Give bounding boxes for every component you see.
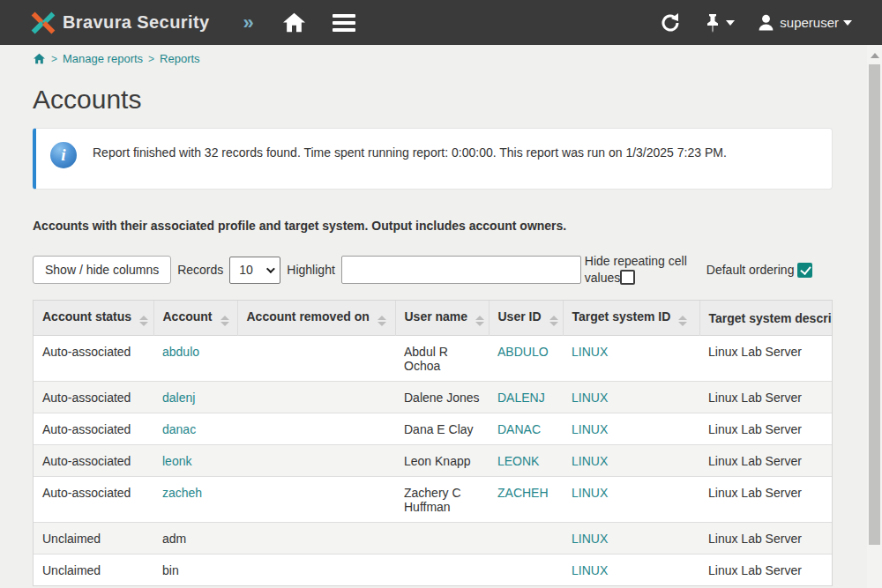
cell-account-status: Auto-associated (34, 477, 153, 523)
sort-icon (678, 316, 687, 326)
account-link[interactable]: danac (162, 422, 196, 436)
column-header-target-system-description[interactable]: Target system description (699, 301, 833, 336)
highlight-label: Highlight (287, 263, 334, 277)
user-id-link[interactable]: ABDULO (497, 345, 549, 359)
table-row: Auto-associated zacheh Zachery C Huffman… (34, 477, 833, 523)
cell-target-desc: Linux Lab Server (699, 555, 833, 586)
cell-removed-on (237, 382, 395, 413)
breadcrumb-home-icon[interactable] (33, 53, 46, 64)
cell-target-desc: Linux Lab Server (699, 413, 833, 445)
user-menu[interactable]: superuser (758, 14, 852, 31)
expand-sidebar-icon[interactable]: » (243, 11, 253, 34)
vertical-scrollbar[interactable] (867, 45, 882, 588)
accounts-table: Account status Account Account removed o… (33, 300, 833, 586)
user-id-link[interactable]: ZACHEH (497, 486, 549, 500)
scrollbar-thumb[interactable] (869, 64, 880, 545)
cell-account-status: Auto-associated (34, 336, 153, 382)
target-system-link[interactable]: LINUX (572, 454, 608, 468)
cell-removed-on (237, 523, 395, 555)
target-system-link[interactable]: LINUX (572, 532, 608, 546)
cell-target-desc: Linux Lab Server (699, 445, 833, 477)
breadcrumb-separator: > (148, 53, 154, 65)
page-title: Accounts (33, 85, 833, 115)
cell-user-name (395, 523, 489, 555)
table-controls: Show / hide columns Records 10 Highlight… (33, 254, 833, 286)
hide-repeating-checkbox[interactable] (620, 270, 635, 285)
cell-user-name (395, 555, 489, 586)
brand-logo[interactable]: Bravura Security (30, 10, 209, 36)
report-description: Accounts with their associated profile a… (33, 219, 833, 233)
menu-icon[interactable] (333, 14, 355, 32)
table-row: Unclaimed bin LINUX Linux Lab Server (34, 555, 833, 586)
column-header-account[interactable]: Account (153, 301, 237, 336)
table-row: Auto-associated abdulo Abdul R Ochoa ABD… (34, 336, 833, 382)
show-hide-columns-button[interactable]: Show / hide columns (33, 256, 171, 284)
cell-target-desc: Linux Lab Server (699, 382, 833, 413)
records-label: Records (177, 263, 223, 277)
pinwheel-x-logo-icon (30, 10, 56, 36)
table-row: Auto-associated dalenj Dalene Jones DALE… (34, 382, 833, 413)
person-icon (758, 14, 774, 31)
cell-account-status: Auto-associated (34, 445, 153, 477)
column-header-account-removed-on[interactable]: Account removed on (237, 301, 395, 336)
breadcrumb-reports[interactable]: Reports (160, 52, 200, 65)
column-header-user-name[interactable]: User name (395, 301, 489, 336)
account-link[interactable]: dalenj (162, 391, 195, 405)
account-link[interactable]: leonk (162, 454, 191, 468)
table-row: Auto-associated danac Dana E Clay DANAC … (34, 413, 833, 445)
column-header-account-status[interactable]: Account status (34, 301, 153, 336)
target-system-link[interactable]: LINUX (572, 391, 608, 405)
account-link: adm (162, 532, 186, 546)
target-system-link[interactable]: LINUX (572, 486, 608, 500)
brand-name: Bravura Security (63, 12, 209, 33)
cell-user-name: Dalene Jones (395, 382, 489, 413)
target-system-link[interactable]: LINUX (572, 422, 608, 436)
sort-icon (220, 316, 229, 326)
cell-account-status: Auto-associated (34, 413, 153, 445)
records-select[interactable]: 10 (229, 257, 280, 284)
table-row: Unclaimed adm LINUX Linux Lab Server (34, 523, 833, 555)
sort-icon (377, 316, 386, 326)
report-status-alert: i Report finished with 32 records found.… (33, 128, 833, 190)
cell-removed-on (237, 336, 395, 382)
breadcrumb-separator: > (51, 53, 57, 65)
sort-icon (549, 316, 558, 326)
cell-account-status: Unclaimed (34, 523, 153, 555)
cell-removed-on (237, 445, 395, 477)
user-caret-icon (843, 20, 852, 26)
cell-account-status: Unclaimed (34, 555, 153, 586)
account-link[interactable]: abdulo (162, 345, 199, 359)
column-header-target-system-id[interactable]: Target system ID (563, 301, 699, 336)
chevron-down-icon (266, 264, 275, 273)
cell-removed-on (237, 413, 395, 445)
breadcrumb-manage-reports[interactable]: Manage reports (63, 52, 143, 65)
default-ordering-checkbox[interactable] (797, 263, 812, 278)
cell-removed-on (237, 477, 395, 523)
account-link[interactable]: zacheh (162, 486, 202, 500)
info-icon: i (50, 142, 77, 168)
user-id-link[interactable]: DALENJ (497, 391, 545, 405)
cell-target-desc: Linux Lab Server (699, 477, 833, 523)
records-select-value: 10 (239, 263, 253, 277)
scrollbar-up-arrow-icon[interactable] (871, 53, 879, 58)
column-header-user-id[interactable]: User ID (489, 301, 563, 336)
alert-text: Report finished with 32 records found. T… (93, 142, 727, 163)
user-id-link[interactable]: DANAC (497, 422, 541, 436)
pin-menu-icon[interactable] (704, 12, 735, 33)
cell-target-desc: Linux Lab Server (699, 336, 833, 382)
user-id-link[interactable]: LEONK (497, 454, 539, 468)
sort-icon (475, 316, 484, 326)
target-system-link[interactable]: LINUX (572, 563, 608, 577)
cell-user-name: Leon Knapp (395, 445, 489, 477)
home-icon[interactable] (282, 11, 306, 33)
cell-account-status: Auto-associated (34, 382, 153, 413)
cell-target-desc: Linux Lab Server (699, 523, 833, 555)
refresh-icon[interactable] (660, 12, 681, 33)
cell-removed-on (237, 555, 395, 586)
target-system-link[interactable]: LINUX (572, 345, 608, 359)
default-ordering-label: Default ordering (706, 263, 813, 278)
highlight-input[interactable] (341, 256, 581, 284)
user-name: superuser (780, 15, 839, 30)
breadcrumb: > Manage reports > Reports (33, 52, 833, 65)
cell-user-name: Zachery C Huffman (395, 477, 489, 523)
